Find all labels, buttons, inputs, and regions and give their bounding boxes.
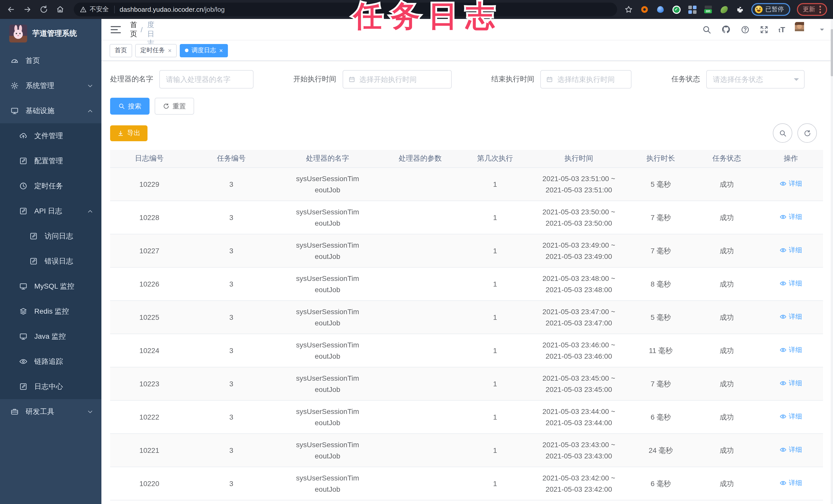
- browser-back-button[interactable]: [4, 3, 18, 16]
- cell-log-id: 10221: [110, 445, 188, 456]
- task-status-label: 任务状态: [671, 75, 700, 84]
- begin-time-input[interactable]: [358, 75, 446, 84]
- table-row: 10220 3 sysUserSessionTimeoutJob 1 2021-…: [110, 467, 823, 500]
- sidebar-item-首页[interactable]: 首页: [0, 48, 101, 73]
- detail-link[interactable]: 详细: [780, 344, 802, 356]
- layers-icon: [19, 307, 28, 316]
- paused-badge[interactable]: 已暂停: [751, 3, 790, 16]
- extension-blue-drop-icon[interactable]: [656, 5, 665, 14]
- tab-timed-task[interactable]: 定时任务×: [135, 44, 177, 57]
- close-icon[interactable]: ×: [219, 47, 223, 53]
- sidebar-item-定时任务[interactable]: 定时任务: [0, 173, 101, 199]
- sidebar-item-系统管理[interactable]: 系统管理: [0, 73, 101, 98]
- sidebar-item-错误日志[interactable]: 错误日志: [0, 249, 101, 274]
- extension-orange-ring-icon[interactable]: [640, 5, 649, 14]
- refresh-table-button[interactable]: [798, 123, 817, 143]
- extension-on-switch-icon[interactable]: on: [704, 5, 713, 14]
- cell-action: 详细: [759, 211, 823, 224]
- chevron-down-icon: [87, 409, 93, 415]
- security-chip[interactable]: 不安全: [80, 5, 109, 14]
- breadcrumb-home[interactable]: 首页: [130, 20, 136, 39]
- cell-time: 2021-05-03 23:43:00 ~2021-05-03 23:43:00: [530, 439, 627, 461]
- eye-icon: [780, 247, 787, 254]
- main-area: 首页 / 调度日志 tT: [101, 19, 833, 504]
- bookmark-star-icon[interactable]: [624, 5, 633, 14]
- reset-button[interactable]: 重置: [155, 98, 194, 115]
- detail-link[interactable]: 详细: [780, 311, 802, 322]
- browser-home-button[interactable]: [53, 3, 67, 16]
- edit-icon: [19, 207, 28, 216]
- cell-task-id: 3: [188, 311, 274, 323]
- handler-name-input[interactable]: [165, 75, 248, 84]
- font-size-icon[interactable]: tT: [779, 25, 785, 34]
- sidebar-item-配置管理[interactable]: 配置管理: [0, 148, 101, 173]
- cell-task-id: 3: [188, 179, 274, 190]
- task-status-select[interactable]: [706, 70, 805, 89]
- tags-view-bar: 首页 定时任务× 调度日志×: [101, 41, 833, 61]
- sidebar-item-MySQL-监控[interactable]: MySQL 监控: [0, 274, 101, 299]
- sidebar-item-文件管理[interactable]: 文件管理: [0, 123, 101, 148]
- detail-link[interactable]: 详细: [780, 411, 802, 422]
- export-button[interactable]: 导出: [110, 125, 147, 141]
- page-content: 处理器的名字 开始执行时间 结束执行时间: [101, 61, 833, 504]
- eye-icon: [780, 213, 787, 221]
- cloud-upload-icon: [19, 131, 28, 140]
- scrollbar-thumb[interactable]: [831, 29, 833, 76]
- sidebar-item-访问日志[interactable]: 访问日志: [0, 224, 101, 249]
- toggle-search-button[interactable]: [773, 123, 792, 143]
- tab-schedule-log[interactable]: 调度日志×: [180, 44, 228, 57]
- search-button[interactable]: 搜索: [110, 98, 149, 115]
- search-icon[interactable]: [702, 25, 711, 34]
- detail-link[interactable]: 详细: [780, 444, 802, 455]
- tab-home[interactable]: 首页: [110, 44, 132, 57]
- task-status-input[interactable]: [712, 75, 791, 84]
- monitor-icon: [19, 282, 28, 291]
- extension-grid-icon[interactable]: [688, 5, 697, 14]
- cell-task-id: 3: [188, 345, 274, 356]
- browser-reload-button[interactable]: [37, 3, 50, 16]
- browser-menu-icon[interactable]: [819, 6, 821, 13]
- detail-link[interactable]: 详细: [780, 178, 802, 189]
- sidebar-item-API-日志[interactable]: API 日志: [0, 199, 101, 224]
- page-scrollbar[interactable]: [831, 19, 833, 504]
- fullscreen-icon[interactable]: [760, 25, 769, 34]
- extension-leaf-icon[interactable]: [719, 5, 729, 14]
- table-row: 10227 3 sysUserSessionTimeoutJob 1 2021-…: [110, 234, 823, 268]
- browser-forward-button[interactable]: [21, 3, 34, 16]
- cell-action: 详细: [759, 411, 823, 423]
- help-icon[interactable]: [741, 25, 750, 34]
- avatar-caret-icon[interactable]: [820, 28, 824, 32]
- sidebar-item-研发工具[interactable]: 研发工具: [0, 399, 101, 424]
- table-body: 10229 3 sysUserSessionTimeoutJob 1 2021-…: [110, 168, 823, 500]
- search-icon: [779, 129, 786, 137]
- detail-link[interactable]: 详细: [780, 378, 802, 389]
- detail-link[interactable]: 详细: [780, 278, 802, 289]
- collapse-menu-icon[interactable]: [111, 26, 121, 33]
- sidebar-item-日志中心[interactable]: 日志中心: [0, 374, 101, 399]
- browser-update-button[interactable]: 更新: [796, 3, 827, 16]
- sidebar-item-Java-监控[interactable]: Java 监控: [0, 324, 101, 349]
- avatar[interactable]: [795, 22, 810, 37]
- eye-icon: [780, 180, 787, 187]
- detail-link[interactable]: 详细: [780, 211, 802, 223]
- end-time-input[interactable]: [556, 75, 626, 84]
- log-table: 日志编号 任务编号 处理器的名字 处理器的参数 第几次执行 执行时间 执行时长 …: [110, 150, 823, 500]
- sidebar-item-Redis-监控[interactable]: Redis 监控: [0, 299, 101, 324]
- cell-log-id: 10229: [110, 179, 188, 190]
- sidebar-item-链路追踪[interactable]: 链路追踪: [0, 349, 101, 374]
- github-icon[interactable]: [721, 25, 731, 34]
- cell-duration: 5 毫秒: [627, 311, 694, 323]
- cell-status: 成功: [695, 278, 759, 289]
- close-icon[interactable]: ×: [168, 47, 171, 53]
- table-row: 10228 3 sysUserSessionTimeoutJob 1 2021-…: [110, 201, 823, 234]
- sidebar-item-基础设施[interactable]: 基础设施: [0, 98, 101, 123]
- extension-green-y-icon[interactable]: ✓: [672, 5, 681, 14]
- address-bar[interactable]: 不安全 dashboard.yudao.iocoder.cn/job/log: [74, 3, 617, 16]
- detail-link[interactable]: 详细: [780, 477, 802, 489]
- edit-icon: [29, 257, 38, 266]
- cell-handler: sysUserSessionTimeoutJob: [274, 472, 381, 495]
- extensions-puzzle-icon[interactable]: [735, 5, 744, 14]
- detail-link[interactable]: 详细: [780, 245, 802, 256]
- table-row: 10222 3 sysUserSessionTimeoutJob 1 2021-…: [110, 401, 823, 434]
- app-logo-row[interactable]: 芋道管理系统: [0, 19, 101, 48]
